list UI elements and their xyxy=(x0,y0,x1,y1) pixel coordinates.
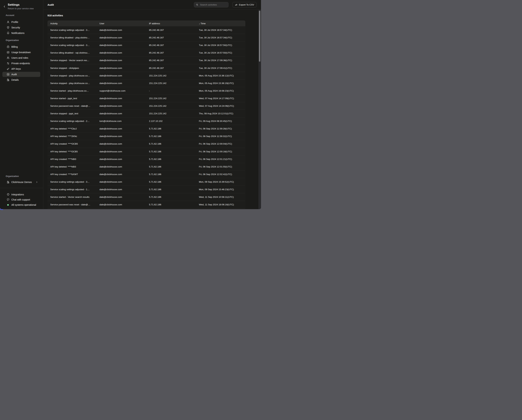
sidebar-item-integrations[interactable]: Integrations xyxy=(2,192,40,197)
audit-table: ActivityUserIP address↓Time Service scal… xyxy=(47,21,245,209)
search-box[interactable] xyxy=(194,2,229,8)
activity-cell: Service started - pypi_test xyxy=(47,97,100,100)
activity-cell: Service started - Vector search results xyxy=(47,196,100,198)
table-row: API key deleted: ****2KNcdale@clickhouse… xyxy=(47,132,245,140)
activity-cell: Service password was reset - dale@… xyxy=(47,105,100,107)
time-cell: Fri, 09 Aug 2024 08:30:45(UTC) xyxy=(199,120,245,122)
export-csv-button[interactable]: Export To CSV xyxy=(232,2,257,8)
ip-address-cell: 151.224.225.142 xyxy=(149,82,199,85)
user-cell: dale@clickhouse.com xyxy=(100,74,149,77)
user-cell: dale@clickhouse.com xyxy=(100,67,149,69)
sidebar-item-users-and-roles[interactable]: Users and roles xyxy=(2,55,40,60)
sidebar-item-private-endpoints[interactable]: Private endpoints xyxy=(2,61,40,66)
user-cell: dale@clickhouse.com xyxy=(100,112,149,115)
activity-cell: Service stopped - clickpipes xyxy=(47,67,100,69)
time-cell: Mon, 05 Aug 2024 16:08:23(UTC) xyxy=(199,90,245,92)
table-row: Service scaling settings adjusted - 3…da… xyxy=(47,41,245,49)
export-arrow-icon xyxy=(235,3,238,6)
ip-address-cell: 5.71.62.186 xyxy=(149,203,199,206)
ip-address-cell: 5.71.62.186 xyxy=(149,196,199,198)
table-row: Service stopped - play.clickhouse.co…dal… xyxy=(47,72,245,79)
activity-cell: Service stopped - play.clickhouse.co… xyxy=(47,82,100,85)
ip-address-cell: 5.71.62.186 xyxy=(149,165,199,168)
activity-cell: Service password was reset - dale@… xyxy=(47,203,100,206)
user-cell: dale@clickhouse.com xyxy=(100,59,149,62)
activity-cell: Service stopped - pypi_test xyxy=(47,112,100,115)
column-header-user[interactable]: User xyxy=(100,22,149,25)
user-cell: dale@clickhouse.com xyxy=(100,173,149,176)
user-cell: dale@clickhouse.com xyxy=(100,97,149,100)
table-row: Service stopped - Vector search res…dale… xyxy=(47,57,245,64)
user-cell: dale@clickhouse.com xyxy=(100,158,149,160)
billing-icon xyxy=(7,45,10,48)
scrollbar-thumb[interactable] xyxy=(259,11,260,62)
table-row: API key deleted: ****hBl3dale@clickhouse… xyxy=(47,163,245,171)
ip-address-cell: 151.224.225.142 xyxy=(149,74,199,77)
ip-address-cell: 2.137.10.102 xyxy=(149,120,199,122)
table-row: API key created: ****hBl3dale@clickhouse… xyxy=(47,156,245,163)
column-header-time[interactable]: ↓Time xyxy=(199,22,245,25)
user-cell: dale@clickhouse.com xyxy=(100,51,149,54)
time-cell: Fri, 06 Sep 2024 11:59:28(UTC) xyxy=(199,127,245,130)
activity-cell: Service idling disabled - play.clickho… xyxy=(47,36,100,39)
table-body: Service scaling settings adjusted - 3…da… xyxy=(47,26,245,209)
activity-cell: Service started - play.clickhouse.co… xyxy=(47,90,100,92)
column-header-label: Time xyxy=(201,22,206,25)
sidebar-item-label: Security xyxy=(11,26,20,29)
shield-check-icon xyxy=(7,26,10,29)
sidebar-item-label: Profile xyxy=(11,21,18,23)
chevron-left-icon xyxy=(3,5,7,8)
org-switcher[interactable]: ClickHouse Demos xyxy=(2,179,40,185)
sidebar-item-billing[interactable]: Billing xyxy=(2,44,40,49)
ip-address-cell: 5.71.62.186 xyxy=(149,158,199,160)
activity-cell: API key deleted: ****2KNc xyxy=(47,135,100,138)
search-icon xyxy=(196,3,198,6)
table-row: Service stopped - clickpipesdale@clickho… xyxy=(47,64,245,72)
ip-address-cell: 5.71.62.186 xyxy=(149,173,199,176)
user-cell: dale@clickhouse.com xyxy=(100,196,149,198)
sidebar-item-chat-with-support[interactable]: Chat with support xyxy=(2,197,40,202)
user-cell: tom@clickhouse.com xyxy=(100,120,149,122)
sidebar-item-label: API keys xyxy=(11,68,21,70)
activity-cell: Service scaling settings adjusted - 3… xyxy=(47,180,100,183)
search-input[interactable] xyxy=(200,3,227,6)
user-cell: dale@clickhouse.com xyxy=(100,142,149,145)
sidebar-item-details[interactable]: Details xyxy=(2,77,40,82)
sidebar-item-audit[interactable]: Audit xyxy=(2,72,40,77)
time-cell: Tue, 30 Jul 2024 16:57:50(UTC) xyxy=(199,44,245,47)
users-icon xyxy=(7,56,10,59)
puzzle-icon xyxy=(7,193,10,196)
sidebar-item-security[interactable]: Security xyxy=(2,25,40,30)
sidebar-item-label: All systems operational xyxy=(11,203,36,206)
ip-address-cell: 5.71.62.186 xyxy=(149,188,199,191)
sidebar-item-profile[interactable]: Profile xyxy=(2,19,40,25)
user-cell: dale@clickhouse.com xyxy=(100,36,149,39)
time-cell: Mon, 09 Sep 2024 15:46:23(UTC) xyxy=(199,188,245,191)
ip-address-cell: 85.242.48.167 xyxy=(149,67,199,69)
column-header-label: Activity xyxy=(50,22,58,25)
section-label-account: Account xyxy=(6,14,14,16)
org-section-label: Organization xyxy=(6,175,19,178)
activity-cell: API key deleted: ****OCB5 xyxy=(47,150,100,153)
column-header-activity[interactable]: Activity xyxy=(47,22,100,25)
sidebar-item-all-systems-operational[interactable]: All systems operational xyxy=(2,202,40,207)
export-csv-label: Export To CSV xyxy=(239,3,254,6)
page-title: Audit xyxy=(47,3,54,6)
activity-cell: Service scaling settings adjusted - 2… xyxy=(47,120,100,122)
time-cell: Tue, 30 Jul 2024 16:57:34(UTC) xyxy=(199,36,245,39)
activity-cell: API key deleted: ****CbzJ xyxy=(47,127,100,130)
activity-cell: API key created: ****hBl3 xyxy=(47,158,100,160)
table-row: Service scaling settings adjusted - 3…da… xyxy=(47,26,245,34)
ip-address-cell: - xyxy=(149,90,199,92)
sidebar-item-notifications[interactable]: Notifications xyxy=(2,31,40,36)
topbar: Audit Export To CSV xyxy=(43,0,261,10)
user-cell: dale@clickhouse.com xyxy=(100,203,149,206)
ip-address-cell: 85.242.48.167 xyxy=(149,59,199,62)
sidebar-item-api-keys[interactable]: API keys xyxy=(2,66,40,71)
audit-pulse-icon xyxy=(7,73,10,76)
column-header-ip-address[interactable]: IP address xyxy=(149,22,199,25)
key-icon xyxy=(7,67,10,70)
time-cell: Fri, 06 Sep 2024 12:02:42(UTC) xyxy=(199,173,245,176)
sidebar-item-usage-breakdown[interactable]: Usage breakdown xyxy=(2,50,40,55)
back-button[interactable] xyxy=(3,5,7,8)
